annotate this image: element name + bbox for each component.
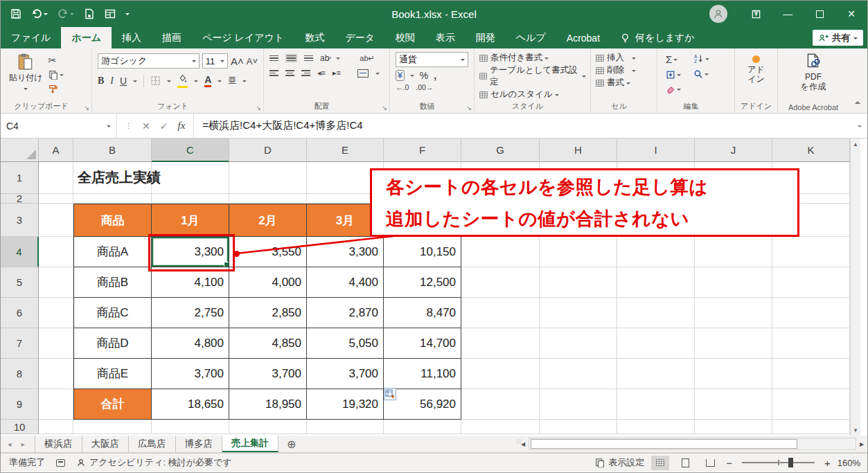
- shrink-font-button[interactable]: A˅: [247, 56, 258, 66]
- page-break-view-button[interactable]: [701, 456, 719, 470]
- cell-G5[interactable]: [461, 267, 540, 298]
- cell-A2[interactable]: [39, 194, 73, 204]
- alignment-dialog-launcher[interactable]: ↘: [382, 105, 387, 111]
- align-top-button[interactable]: [269, 55, 278, 62]
- collapse-ribbon-icon[interactable]: [855, 98, 860, 110]
- row-header-8[interactable]: 8: [1, 359, 39, 389]
- row-header-1[interactable]: 1: [1, 162, 39, 194]
- cell-A7[interactable]: [39, 328, 73, 359]
- comma-format-button[interactable]: ,: [434, 70, 436, 81]
- cell-I7[interactable]: [617, 328, 695, 359]
- cell-F6[interactable]: 8,470: [384, 298, 461, 328]
- cell-C9[interactable]: 18,650: [152, 389, 229, 420]
- paste-button[interactable]: 貼り付け: [5, 51, 47, 94]
- cell-H9[interactable]: [540, 389, 617, 420]
- row-header-10[interactable]: 10: [1, 420, 39, 434]
- ribbon-tab-ホーム[interactable]: ホーム: [61, 27, 112, 48]
- undo-icon[interactable]: [31, 8, 48, 19]
- column-header-B[interactable]: B: [73, 139, 152, 162]
- column-header-C[interactable]: C: [152, 139, 229, 162]
- clipboard-dialog-launcher[interactable]: ↘: [84, 105, 89, 111]
- column-header-D[interactable]: D: [229, 139, 307, 162]
- insert-cells-button[interactable]: 挿入: [595, 52, 653, 64]
- sheet-tab-売上集計[interactable]: 売上集計: [222, 436, 278, 452]
- cell-G9[interactable]: [461, 389, 540, 420]
- cell-I8[interactable]: [617, 359, 695, 389]
- ribbon-tab-校閲[interactable]: 校閲: [385, 27, 425, 48]
- macro-record-icon[interactable]: [56, 459, 65, 467]
- conditional-formatting-button[interactable]: 条件付き書式: [479, 52, 586, 64]
- clear-button[interactable]: [664, 84, 682, 95]
- align-bottom-button[interactable]: [304, 55, 313, 62]
- cell-D9[interactable]: 18,950: [229, 389, 307, 420]
- cell-J7[interactable]: [695, 328, 772, 359]
- font-name-select[interactable]: 游ゴシック: [98, 53, 200, 69]
- minimize-button[interactable]: —: [772, 1, 804, 27]
- underline-button[interactable]: U: [120, 75, 127, 87]
- font-dialog-launcher[interactable]: ↘: [256, 105, 261, 111]
- cell-C7[interactable]: 4,800: [152, 328, 229, 359]
- cell-J6[interactable]: [695, 298, 772, 328]
- cell-B9[interactable]: 合計: [73, 389, 152, 420]
- cell-J5[interactable]: [695, 267, 772, 298]
- cut-button[interactable]: ✂: [47, 54, 65, 66]
- delete-cells-button[interactable]: 削除: [595, 64, 653, 76]
- cell-A9[interactable]: [39, 389, 73, 420]
- orientation-button[interactable]: ab̷: [320, 53, 329, 63]
- scroll-left-icon[interactable]: ◀: [517, 441, 529, 447]
- currency-format-button[interactable]: ¥: [396, 70, 405, 81]
- cell-D6[interactable]: 2,850: [229, 298, 307, 328]
- cell-A10[interactable]: [39, 420, 73, 434]
- fill-button[interactable]: [664, 69, 682, 80]
- name-box-caret-icon[interactable]: [107, 125, 111, 130]
- decrease-indent-button[interactable]: ◂≡: [317, 69, 326, 78]
- cell-I4[interactable]: [617, 237, 695, 267]
- cell-G10[interactable]: [461, 420, 540, 434]
- wrap-text-button[interactable]: ab↵: [360, 54, 374, 63]
- cell-A5[interactable]: [39, 267, 73, 298]
- cell-E7[interactable]: 5,050: [307, 328, 384, 359]
- cell-D5[interactable]: 4,000: [229, 267, 307, 298]
- ribbon-tab-数式[interactable]: 数式: [294, 27, 335, 48]
- tell-me-box[interactable]: 何をしますか: [610, 27, 705, 48]
- sheet-tab-大阪店[interactable]: 大阪店: [82, 436, 130, 452]
- sheet-nav-right-icon[interactable]: ▸: [21, 440, 26, 449]
- cell-G4[interactable]: [461, 237, 540, 267]
- create-pdf-button[interactable]: PDFを作成: [782, 51, 844, 93]
- zoom-out-icon[interactable]: −: [726, 457, 732, 469]
- cell-B2[interactable]: [73, 194, 152, 204]
- borders-button[interactable]: [150, 75, 161, 86]
- zoom-slider[interactable]: [742, 462, 815, 463]
- cell-F5[interactable]: 12,500: [384, 267, 461, 298]
- increase-indent-button[interactable]: ▸≡: [333, 69, 341, 78]
- cell-C2[interactable]: [152, 194, 229, 204]
- insert-function-icon[interactable]: fx: [177, 120, 185, 132]
- row-header-9[interactable]: 9: [1, 389, 39, 420]
- cell-C10[interactable]: [152, 420, 229, 434]
- cell-B7[interactable]: 商品D: [73, 328, 152, 359]
- hscroll-thumb[interactable]: [531, 439, 797, 449]
- save-icon[interactable]: [10, 8, 21, 19]
- select-all-corner[interactable]: [1, 139, 39, 162]
- column-header-J[interactable]: J: [695, 139, 772, 162]
- cell-H10[interactable]: [540, 420, 617, 434]
- column-header-G[interactable]: G: [461, 139, 540, 162]
- number-format-select[interactable]: 通貨: [396, 52, 468, 67]
- scroll-down-icon[interactable]: ▼: [851, 425, 860, 436]
- cell-H4[interactable]: [540, 237, 617, 267]
- ribbon-tab-データ[interactable]: データ: [335, 27, 385, 48]
- find-select-button[interactable]: [692, 69, 711, 80]
- formula-bar-dots-icon[interactable]: ⋮: [125, 122, 132, 130]
- cell-F8[interactable]: 11,100: [384, 359, 461, 389]
- new-sheet-button[interactable]: ⊕: [278, 436, 304, 452]
- ribbon-tab-ページ レイアウト[interactable]: ページ レイアウト: [192, 27, 294, 48]
- cell-G7[interactable]: [461, 328, 540, 359]
- row-header-5[interactable]: 5: [1, 267, 39, 298]
- close-button[interactable]: ✕: [835, 1, 867, 27]
- number-dialog-launcher[interactable]: ↘: [466, 105, 472, 111]
- cell-D8[interactable]: 3,700: [229, 359, 307, 389]
- ribbon-tab-Acrobat[interactable]: Acrobat: [556, 27, 610, 48]
- cell-H5[interactable]: [540, 267, 617, 298]
- cell-K4[interactable]: [772, 237, 850, 267]
- cell-E4[interactable]: 3,300: [307, 237, 384, 267]
